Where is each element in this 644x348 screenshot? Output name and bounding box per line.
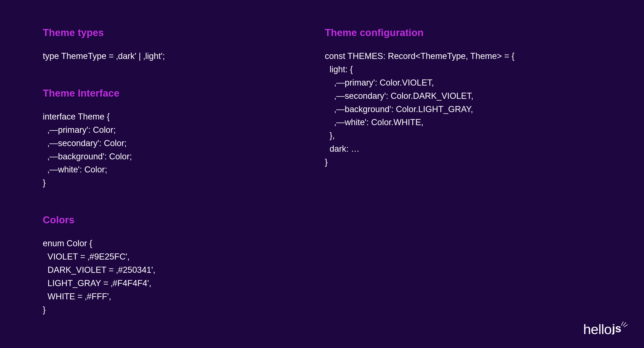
heading-theme-interface: Theme Interface [43, 88, 325, 99]
logo-js-icon: js [612, 322, 628, 337]
section-theme-types: Theme types type ThemeType = ‚dark' | ‚l… [43, 27, 325, 63]
svg-line-2 [623, 322, 626, 326]
code-theme-configuration: const THEMES: Record<ThemeType, Theme> =… [325, 50, 601, 169]
heading-colors: Colors [43, 214, 325, 226]
section-theme-interface: Theme Interface interface Theme { ‚—prim… [43, 88, 325, 190]
left-column: Theme types type ThemeType = ‚dark' | ‚l… [43, 27, 325, 321]
svg-text:js: js [612, 322, 621, 335]
svg-line-3 [624, 324, 627, 327]
code-theme-interface: interface Theme { ‚—primary': Color; ‚—s… [43, 110, 325, 190]
brand-logo: hello js [583, 321, 628, 337]
heading-theme-configuration: Theme configuration [325, 27, 601, 38]
section-theme-configuration: Theme configuration const THEMES: Record… [325, 27, 601, 169]
section-colors: Colors enum Color { VIOLET = ‚#9E25FC', … [43, 214, 325, 316]
right-column: Theme configuration const THEMES: Record… [325, 27, 601, 321]
code-theme-types: type ThemeType = ‚dark' | ‚light'; [43, 50, 325, 63]
code-colors: enum Color { VIOLET = ‚#9E25FC', DARK_VI… [43, 237, 325, 316]
heading-theme-types: Theme types [43, 27, 325, 38]
svg-line-1 [622, 322, 623, 325]
slide: Theme types type ThemeType = ‚dark' | ‚l… [0, 0, 644, 348]
logo-text-prefix: hello [583, 321, 612, 337]
